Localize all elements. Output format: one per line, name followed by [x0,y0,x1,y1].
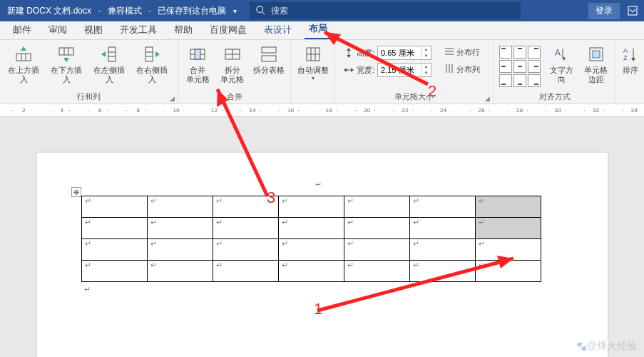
svg-rect-25 [262,47,276,53]
insert-right-icon [142,44,162,64]
table-cell[interactable]: ↵ [147,239,213,261]
table-cell[interactable]: ↵ [213,196,278,218]
dialog-launcher-icon[interactable]: ◢ [170,95,175,102]
paragraph-mark: ↵ [315,180,322,189]
svg-rect-46 [593,51,600,58]
table-cell[interactable]: ↵ [475,261,541,282]
group-rows-cols: 在上方插入 在下方插入 在左侧插入 在右侧插入 行和列 ◢ [0,40,178,104]
insert-above-button[interactable]: 在上方插入 [3,43,44,86]
text-direction-icon: A [551,44,571,64]
table-cell-selected[interactable]: ↵ [475,218,541,239]
search-box[interactable] [250,2,521,19]
table-cell[interactable]: ↵ [475,239,541,261]
tab-baidu[interactable]: 百度网盘 [205,21,251,39]
table-cell[interactable]: ↵ [147,261,213,282]
insert-right-button[interactable]: 在右侧插入 [131,43,173,86]
dialog-launcher-icon[interactable]: ◢ [485,95,490,102]
search-icon [255,5,265,17]
tab-table-design[interactable]: 表设计 [260,21,296,39]
merge-cells-button[interactable]: 合并 单元格 [181,43,214,86]
width-input[interactable] [378,66,421,74]
compat-mode: 兼容模式 [108,6,142,16]
align-top-center[interactable] [513,46,526,59]
group-autofit: 自动调整 ▾ [291,40,335,104]
spin-down-icon[interactable]: ▼ [421,53,431,59]
tab-layout[interactable]: 布局 [305,19,332,39]
align-bottom-left[interactable] [499,74,512,87]
save-status: 已保存到这台电脑 [158,6,226,16]
align-middle-center[interactable] [513,60,526,73]
table-cell[interactable]: ↵ [409,218,475,239]
horizontal-ruler[interactable]: 2 4 6 8 10 12 14 16 18 20 22 24 26 28 30… [0,104,644,117]
align-bottom-center[interactable] [513,74,526,87]
table-cell[interactable]: ↵ [409,196,475,218]
tab-devtools[interactable]: 开发工具 [116,21,161,39]
table-cell[interactable]: ↵ [81,239,147,261]
table-move-handle[interactable]: ✥ [71,187,81,197]
ribbon-options-icon[interactable] [627,5,638,16]
insert-below-button[interactable]: 在下方插入 [46,43,87,86]
tab-view[interactable]: 视图 [80,21,107,39]
svg-marker-14 [101,51,106,57]
align-bottom-right[interactable] [528,74,541,87]
login-button[interactable]: 登录 [588,3,620,19]
table-cell[interactable]: ↵ [213,218,278,239]
spin-up-icon[interactable]: ▲ [421,46,431,53]
word-table[interactable]: ↵↵↵↵↵↵↵ ↵↵↵↵↵↵↵ ↵↵↵↵↵↵↵ ↵↵↵↵↵↵↵ [81,196,541,282]
table-cell[interactable]: ↵ [344,196,409,218]
distribute-cols-button[interactable]: 分布列 [441,63,483,76]
table-cell[interactable]: ↵ [278,218,344,239]
svg-marker-36 [351,68,354,72]
document-area[interactable]: ↵ ✥ ↵↵↵↵↵↵↵ ↵↵↵↵↵↵↵ ↵↵↵↵↵↵↵ ↵↵↵↵↵↵↵ ↵ [0,117,644,357]
split-table-button[interactable]: 拆分表格 [250,43,287,76]
autofit-button[interactable]: 自动调整 ▾ [294,43,332,83]
align-middle-right[interactable] [528,60,541,73]
sort-button[interactable]: AZ 排序 [619,43,642,76]
page[interactable]: ↵ ✥ ↵↵↵↵↵↵↵ ↵↵↵↵↵↵↵ ↵↵↵↵↵↵↵ ↵↵↵↵↵↵↵ ↵ [37,153,608,357]
align-top-left[interactable] [499,46,512,59]
cell-margins-button[interactable]: 单元格 边距 [580,43,613,86]
width-spinner[interactable]: ▲▼ [377,63,431,77]
table-cell[interactable]: ↵ [344,218,409,239]
table-row[interactable]: ↵↵↵↵↵↵↵ [81,196,541,218]
align-middle-left[interactable] [499,60,512,73]
text-direction-button[interactable]: A 文字方向 [545,43,578,86]
split-cells-button[interactable]: 拆分 单元格 [215,43,248,86]
align-top-right[interactable] [528,46,541,59]
table-cell[interactable]: ↵ [344,261,409,282]
table-cell[interactable]: ↵ [213,239,278,261]
table-cell[interactable]: ↵ [81,261,147,282]
watermark: 🐾@烽火经验 [576,340,637,353]
distribute-rows-button[interactable]: 分布行 [441,46,483,59]
tab-mail[interactable]: 邮件 [9,21,36,39]
table-cell[interactable]: ↵ [213,261,278,282]
spin-down-icon[interactable]: ▼ [421,70,431,76]
table-cell[interactable]: ↵ [278,196,344,218]
height-input[interactable] [378,49,421,57]
table-row[interactable]: ↵↵↵↵↵↵↵ [81,239,541,261]
table-cell[interactable]: ↵ [344,239,409,261]
chevron-down-icon[interactable]: ▾ [233,7,237,15]
spin-up-icon[interactable]: ▲ [421,64,431,70]
table-cell[interactable]: ↵ [147,196,213,218]
table-cell[interactable]: ↵ [147,218,213,239]
table-cell[interactable]: ↵ [278,239,344,261]
tab-review[interactable]: 审阅 [44,21,71,39]
svg-rect-2 [628,6,637,15]
table-cell[interactable]: ↵ [409,261,475,282]
height-spinner[interactable]: ▲▼ [377,46,431,60]
table-cell[interactable]: ↵ [278,261,344,282]
split-table-icon [259,44,279,64]
window-title: 新建 DOCX 文档.docx - 兼容模式 - 已保存到这台电脑 ▾ [0,5,237,17]
insert-left-button[interactable]: 在左侧插入 [88,43,130,86]
table-cell[interactable]: ↵ [81,218,147,239]
table-cell-selected[interactable]: ↵ [475,196,541,218]
table-row[interactable]: ↵↵↵↵↵↵↵ [81,218,541,239]
insert-left-icon [99,44,119,64]
table-cell[interactable]: ↵ [409,239,475,261]
search-input[interactable] [271,6,485,16]
tab-help[interactable]: 帮助 [170,21,197,39]
svg-rect-3 [16,54,31,61]
table-row[interactable]: ↵↵↵↵↵↵↵ [81,261,541,282]
table-cell[interactable]: ↵ [81,196,147,218]
